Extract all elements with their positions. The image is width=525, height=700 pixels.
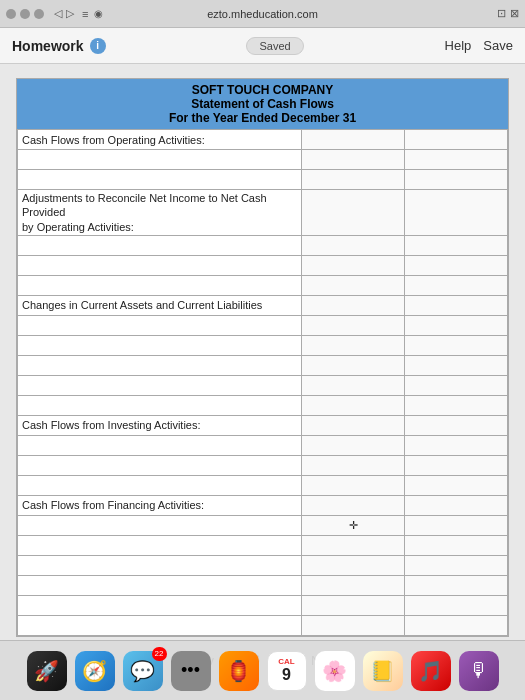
save-button[interactable]: Save	[483, 38, 513, 53]
section-operating-header: Cash Flows from Operating Activities:	[18, 130, 508, 150]
table-header: SOFT TOUCH COMPANY Statement of Cash Flo…	[17, 79, 508, 129]
changes-row-5	[18, 395, 508, 415]
help-button[interactable]: Help	[445, 38, 472, 53]
financing-row-2	[18, 535, 508, 555]
statement-title: Statement of Cash Flows	[19, 97, 506, 111]
changes-row-1	[18, 315, 508, 335]
window-control-minimize[interactable]	[20, 9, 30, 19]
section-adjustments-header: Adjustments to Reconcile Net Income to N…	[18, 190, 508, 236]
section-changes-header: Changes in Current Assets and Current Li…	[18, 295, 508, 315]
dock-music[interactable]: 🎵	[411, 651, 451, 691]
financing-row-3	[18, 555, 508, 575]
financing-row-5	[18, 595, 508, 615]
dock-photos[interactable]: 🌸	[315, 651, 355, 691]
header-right: Help Save	[445, 38, 513, 53]
dock-calendar[interactable]: CAL 9	[267, 651, 307, 691]
investing-row-3	[18, 475, 508, 495]
adjustments-label: Adjustments to Reconcile Net Income to N…	[18, 190, 302, 236]
statement-period: For the Year Ended December 31	[19, 111, 506, 125]
window-control-maximize[interactable]	[34, 9, 44, 19]
changes-row-2	[18, 335, 508, 355]
main-content: SOFT TOUCH COMPANY Statement of Cash Flo…	[0, 64, 525, 690]
dock-messages[interactable]: 💬 22	[123, 651, 163, 691]
operating-value2[interactable]	[405, 130, 508, 150]
section-investing-header: Cash Flows from Investing Activities:	[18, 415, 508, 435]
dock-rocket[interactable]: 🚀	[27, 651, 67, 691]
expand-icon[interactable]: ⊡	[497, 7, 506, 20]
info-icon[interactable]: i	[90, 38, 106, 54]
company-name: SOFT TOUCH COMPANY	[19, 83, 506, 97]
financing-row-1: ✛	[18, 515, 508, 535]
section-financing-header: Cash Flows from Financing Activities:	[18, 495, 508, 515]
circle-icon[interactable]: ◉	[94, 8, 103, 19]
dock-terminal[interactable]: 🏮	[219, 651, 259, 691]
operating-value1[interactable]	[302, 130, 405, 150]
investing-label: Cash Flows from Investing Activities:	[18, 415, 302, 435]
dock-notes[interactable]: 📒	[363, 651, 403, 691]
financial-table-wrapper: SOFT TOUCH COMPANY Statement of Cash Flo…	[16, 78, 509, 637]
menu-icon[interactable]: ≡	[82, 8, 88, 20]
changes-row-3	[18, 355, 508, 375]
dock-safari[interactable]: 🧭	[75, 651, 115, 691]
adjustments-row-3	[18, 275, 508, 295]
adjustments-row-1	[18, 235, 508, 255]
header-left: Homework i	[12, 38, 106, 54]
browser-bar: ◁ ▷ ≡ ◉ ezto.mheducation.com ⊡ ⊠	[0, 0, 525, 28]
dock-podcasts[interactable]: 🎙	[459, 651, 499, 691]
cash-flow-table: Cash Flows from Operating Activities:	[17, 129, 508, 636]
operating-label: Cash Flows from Operating Activities:	[18, 130, 302, 150]
url-bar[interactable]: ezto.mheducation.com	[207, 8, 318, 20]
financing-row-6	[18, 615, 508, 635]
adjustments-row-2	[18, 255, 508, 275]
dock-files[interactable]: •••	[171, 651, 211, 691]
operating-row-2	[18, 170, 508, 190]
investing-row-1	[18, 435, 508, 455]
homework-title: Homework	[12, 38, 84, 54]
window-control-close[interactable]	[6, 9, 16, 19]
browser-controls: ◁ ▷ ≡ ◉	[6, 7, 103, 20]
messages-badge: 22	[152, 647, 167, 661]
financing-label: Cash Flows from Financing Activities:	[18, 495, 302, 515]
share-icon[interactable]: ⊠	[510, 7, 519, 20]
nav-back-icon[interactable]: ◁	[54, 7, 62, 20]
nav-forward-icon[interactable]: ▷	[66, 7, 74, 20]
app-header: Homework i Saved Help Save	[0, 28, 525, 64]
investing-row-2	[18, 455, 508, 475]
changes-label: Changes in Current Assets and Current Li…	[18, 295, 302, 315]
browser-right-controls: ⊡ ⊠	[497, 7, 519, 20]
changes-row-4	[18, 375, 508, 395]
operating-row-1	[18, 150, 508, 170]
financing-row-4	[18, 575, 508, 595]
saved-badge: Saved	[246, 37, 303, 55]
macos-dock: 🚀 🧭 💬 22 ••• 🏮 CAL 9 🌸 📒 🎵 🎙	[0, 640, 525, 700]
